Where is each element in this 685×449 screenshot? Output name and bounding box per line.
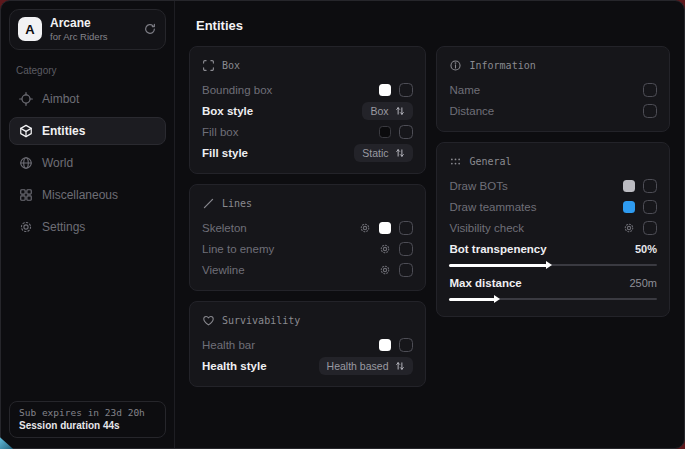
- setting-label: Name: [449, 84, 635, 96]
- name-checkbox[interactable]: [643, 83, 657, 97]
- brand-logo: A: [18, 17, 42, 41]
- draw-teammates-checkbox[interactable]: [643, 200, 657, 214]
- setting-row-draw-teammates: Draw teammates: [449, 196, 657, 217]
- setting-row-bot-transparency: Bot transpenency 50%: [449, 238, 657, 259]
- sidebar-item-aimbot[interactable]: Aimbot: [9, 85, 166, 113]
- max-distance-slider[interactable]: [449, 294, 657, 303]
- setting-row-health-bar: Health bar: [202, 334, 413, 355]
- bot-transparency-slider[interactable]: [449, 260, 657, 269]
- brand-subtitle: for Arc Riders: [50, 31, 108, 43]
- setting-row-fill-box: Fill box: [202, 121, 413, 142]
- page-title: Entities: [196, 18, 670, 33]
- sidebar-item-label: Entities: [42, 124, 85, 138]
- dropdown-value: Health based: [327, 360, 389, 372]
- sidebar-item-world[interactable]: World: [9, 149, 166, 177]
- general-section: General Draw BOTs Draw teammates Visibil…: [436, 142, 670, 317]
- app-window: A Arcane for Arc Riders Category Aimbot: [0, 0, 685, 449]
- setting-label: Visibility check: [449, 222, 615, 234]
- sort-arrows-icon: [395, 148, 405, 158]
- setting-row-max-distance: Max distance 250m: [449, 272, 657, 293]
- color-swatch[interactable]: [379, 222, 391, 234]
- setting-label: Distance: [449, 105, 635, 117]
- color-swatch[interactable]: [379, 84, 391, 96]
- distance-checkbox[interactable]: [643, 104, 657, 118]
- color-swatch[interactable]: [379, 339, 391, 351]
- cube-icon: [19, 124, 33, 138]
- setting-row-draw-bots: Draw BOTs: [449, 175, 657, 196]
- setting-label: Fill box: [202, 126, 371, 138]
- session-duration-text: Session duration 44s: [19, 420, 156, 431]
- viewline-checkbox[interactable]: [399, 263, 413, 277]
- setting-row-skeleton: Skeleton: [202, 217, 413, 238]
- setting-label: Bot transpenency: [449, 243, 626, 255]
- slider-fill: [449, 298, 495, 301]
- dropdown-value: Static: [362, 147, 388, 159]
- slider-value: 50%: [635, 243, 657, 255]
- setting-row-viewline: Viewline: [202, 259, 413, 280]
- heart-icon: [202, 314, 215, 327]
- sub-expiry-text: Sub expires in 23d 20h: [19, 407, 156, 418]
- sidebar-item-miscellaneous[interactable]: Miscellaneous: [9, 181, 166, 209]
- dropdown-value: Box: [370, 105, 388, 117]
- health-style-dropdown[interactable]: Health based: [319, 357, 414, 375]
- refresh-icon[interactable]: [143, 22, 157, 36]
- fill-box-checkbox[interactable]: [399, 125, 413, 139]
- bounding-box-checkbox[interactable]: [399, 83, 413, 97]
- color-swatch[interactable]: [379, 126, 391, 138]
- setting-row-health-style: Health style Health based: [202, 355, 413, 376]
- color-swatch[interactable]: [623, 201, 635, 213]
- setting-label: Health style: [202, 360, 311, 372]
- sidebar-item-entities[interactable]: Entities: [9, 117, 166, 145]
- setting-row-line-to-enemy: Line to enemy: [202, 238, 413, 259]
- gear-icon: [19, 220, 33, 234]
- setting-label: Max distance: [449, 277, 621, 289]
- sort-arrows-icon: [395, 361, 405, 371]
- gear-icon[interactable]: [379, 243, 391, 255]
- setting-label: Draw BOTs: [449, 180, 615, 192]
- sidebar: A Arcane for Arc Riders Category Aimbot: [1, 1, 175, 448]
- section-title: Box: [222, 60, 240, 71]
- gear-icon[interactable]: [359, 222, 371, 234]
- section-title: Information: [469, 60, 535, 71]
- sidebar-item-settings[interactable]: Settings: [9, 213, 166, 241]
- grid-icon: [19, 188, 33, 202]
- section-title: Lines: [222, 198, 252, 209]
- fill-style-dropdown[interactable]: Static: [354, 144, 413, 162]
- main-panel: Entities Box Bounding box: [175, 1, 684, 448]
- gear-icon[interactable]: [379, 264, 391, 276]
- gear-icon[interactable]: [623, 222, 635, 234]
- brackets-icon: [202, 59, 215, 72]
- survivability-section: Survivability Health bar Health style He…: [189, 301, 426, 387]
- setting-row-bounding-box: Bounding box: [202, 79, 413, 100]
- subscription-status-card: Sub expires in 23d 20h Session duration …: [9, 401, 166, 438]
- info-icon: [449, 59, 462, 72]
- setting-label: Health bar: [202, 339, 371, 351]
- setting-row-box-style: Box style Box: [202, 100, 413, 121]
- draw-bots-checkbox[interactable]: [643, 179, 657, 193]
- slider-value: 250m: [629, 277, 657, 289]
- diagonal-line-icon: [202, 197, 215, 210]
- line-to-enemy-checkbox[interactable]: [399, 242, 413, 256]
- section-title: General: [469, 156, 511, 167]
- brand-card: A Arcane for Arc Riders: [9, 9, 166, 50]
- crosshair-icon: [19, 92, 33, 106]
- skeleton-checkbox[interactable]: [399, 221, 413, 235]
- sidebar-item-label: Settings: [42, 220, 85, 234]
- setting-label: Bounding box: [202, 84, 371, 96]
- category-label: Category: [16, 65, 159, 76]
- health-bar-checkbox[interactable]: [399, 338, 413, 352]
- setting-row-fill-style: Fill style Static: [202, 142, 413, 163]
- slider-fill: [449, 264, 547, 267]
- visibility-check-checkbox[interactable]: [643, 221, 657, 235]
- color-swatch[interactable]: [623, 180, 635, 192]
- box-section: Box Bounding box Box style Box: [189, 46, 426, 174]
- globe-icon: [19, 156, 33, 170]
- setting-label: Skeleton: [202, 222, 351, 234]
- lines-section: Lines Skeleton Line to enemy: [189, 184, 426, 291]
- section-title: Survivability: [222, 315, 300, 326]
- box-style-dropdown[interactable]: Box: [362, 102, 413, 120]
- setting-row-name: Name: [449, 79, 657, 100]
- setting-label: Draw teammates: [449, 201, 615, 213]
- setting-label: Viewline: [202, 264, 371, 276]
- information-section: Information Name Distance: [436, 46, 670, 132]
